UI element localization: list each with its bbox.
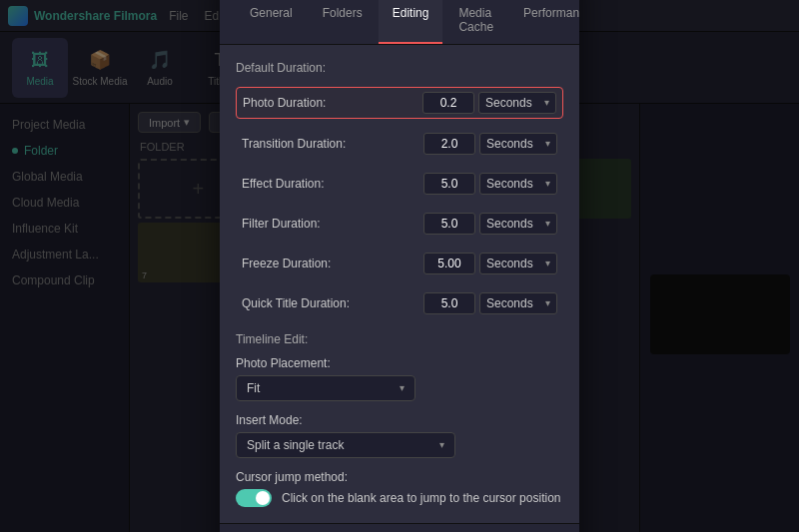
filter-duration-unit[interactable]: Seconds ▾ <box>479 213 557 235</box>
insert-mode-label: Insert Mode: <box>236 413 563 427</box>
tab-performance[interactable]: Performance <box>509 0 579 44</box>
effect-duration-unit-label: Seconds <box>486 177 533 191</box>
tab-folders[interactable]: Folders <box>309 0 377 44</box>
insert-mode-select[interactable]: Split a single track ▾ <box>236 432 455 458</box>
dialog-footer: Apply Cancel <box>220 523 579 533</box>
photo-duration-input[interactable] <box>422 92 474 114</box>
insert-mode-chevron-icon: ▾ <box>439 439 444 450</box>
preferences-dialog: Preferences × General Folders Editing Me… <box>220 0 579 532</box>
freeze-duration-input[interactable] <box>423 253 475 274</box>
transition-chevron-icon: ▾ <box>545 138 550 149</box>
filter-duration-unit-label: Seconds <box>486 217 533 231</box>
filter-duration-input[interactable] <box>423 213 475 235</box>
photo-placement-select[interactable]: Fit ▾ <box>236 375 415 401</box>
freeze-duration-row: Freeze Duration: Seconds ▾ <box>236 249 563 278</box>
effect-duration-label: Effect Duration: <box>242 177 423 191</box>
photo-duration-chevron-icon: ▾ <box>544 97 549 108</box>
cursor-jump-toggle[interactable] <box>236 489 272 507</box>
tab-media-cache[interactable]: Media Cache <box>444 0 507 44</box>
freeze-duration-unit-label: Seconds <box>486 257 533 270</box>
insert-mode-value: Split a single track <box>247 438 344 452</box>
effect-chevron-icon: ▾ <box>545 178 550 189</box>
photo-placement-chevron-icon: ▾ <box>400 382 404 393</box>
dialog-body: Default Duration: Photo Duration: Second… <box>220 45 579 523</box>
effect-duration-row: Effect Duration: Seconds ▾ <box>236 169 563 199</box>
tab-editing[interactable]: Editing <box>379 0 443 44</box>
filter-duration-label: Filter Duration: <box>242 217 423 231</box>
quick-title-duration-unit[interactable]: Seconds ▾ <box>479 292 557 314</box>
quick-title-duration-unit-label: Seconds <box>486 296 533 310</box>
transition-duration-unit-label: Seconds <box>486 137 533 151</box>
default-duration-title: Default Duration: <box>236 61 563 75</box>
photo-duration-label: Photo Duration: <box>243 96 422 110</box>
modal-overlay: Preferences × General Folders Editing Me… <box>0 0 799 532</box>
freeze-duration-unit[interactable]: Seconds ▾ <box>479 253 557 274</box>
transition-duration-label: Transition Duration: <box>242 137 423 151</box>
transition-duration-unit[interactable]: Seconds ▾ <box>479 133 557 155</box>
effect-duration-input[interactable] <box>423 173 475 195</box>
tab-general[interactable]: General <box>236 0 307 44</box>
quick-title-duration-input[interactable] <box>423 292 475 314</box>
photo-duration-unit[interactable]: Seconds ▾ <box>478 92 556 114</box>
transition-duration-input[interactable] <box>423 133 475 155</box>
photo-duration-row: Photo Duration: Seconds ▾ <box>236 87 563 119</box>
photo-duration-unit-label: Seconds <box>485 96 532 110</box>
toggle-knob <box>256 491 270 505</box>
photo-placement-label: Photo Placement: <box>236 356 563 370</box>
quick-title-chevron-icon: ▾ <box>545 297 550 308</box>
cursor-jump-text: Click on the blank area to jump to the c… <box>282 491 560 505</box>
transition-duration-row: Transition Duration: Seconds ▾ <box>236 129 563 159</box>
photo-placement-value: Fit <box>247 381 260 395</box>
freeze-chevron-icon: ▾ <box>545 258 550 268</box>
timeline-section-title: Timeline Edit: <box>236 332 563 346</box>
quick-title-duration-label: Quick Title Duration: <box>242 296 423 310</box>
cursor-jump-label: Cursor jump method: <box>236 470 563 484</box>
quick-title-duration-row: Quick Title Duration: Seconds ▾ <box>236 288 563 318</box>
cursor-jump-toggle-row: Click on the blank area to jump to the c… <box>236 489 563 507</box>
filter-chevron-icon: ▾ <box>545 218 550 229</box>
freeze-duration-label: Freeze Duration: <box>242 257 423 270</box>
photo-placement-row: Photo Placement: Fit ▾ <box>236 356 563 401</box>
insert-mode-row: Insert Mode: Split a single track ▾ <box>236 413 563 458</box>
dialog-tabs: General Folders Editing Media Cache Perf… <box>220 0 579 45</box>
filter-duration-row: Filter Duration: Seconds ▾ <box>236 209 563 239</box>
app-window: Wondershare Filmora File Edit Tools View… <box>0 0 799 532</box>
effect-duration-unit[interactable]: Seconds ▾ <box>479 173 557 195</box>
